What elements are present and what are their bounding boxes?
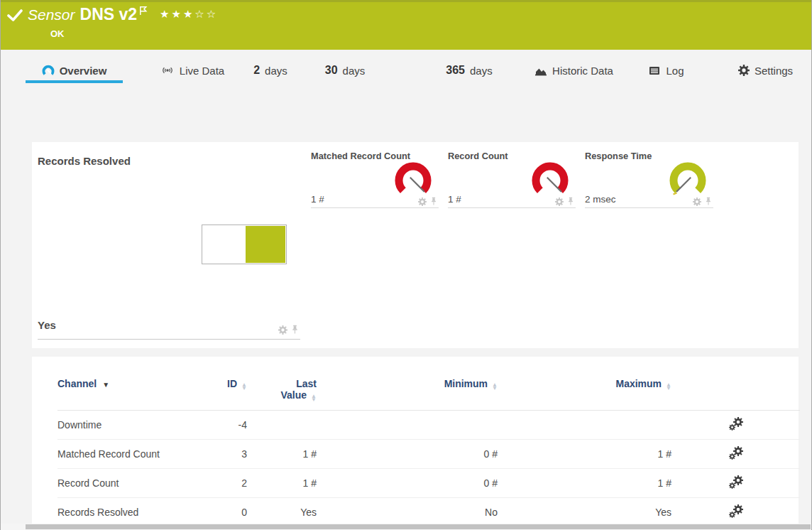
channel-settings-gears-icon[interactable] <box>729 475 743 490</box>
channel-maximum: 1 # <box>498 469 671 498</box>
table-row: Downtime -4 <box>57 411 800 440</box>
gauge-limit-marker <box>674 193 677 195</box>
tile-pin-icon[interactable] <box>567 197 574 206</box>
log-icon <box>648 65 661 77</box>
tile-gear-icon[interactable] <box>555 198 564 206</box>
tab-label: Overview <box>60 65 107 77</box>
column-header-actions <box>671 357 800 411</box>
tab-settings[interactable]: Settings <box>725 60 806 83</box>
tab-number: 30 <box>325 64 338 77</box>
sort-icon: ▲▼ <box>311 394 317 401</box>
channel-maximum: Yes <box>498 498 671 527</box>
column-header-id[interactable]: ID▲▼ <box>210 357 247 411</box>
sort-icon: ▲▼ <box>492 383 498 390</box>
historic-data-icon <box>534 65 547 77</box>
tile-gear-icon[interactable] <box>693 198 701 206</box>
horizontal-scrollbar <box>1 524 811 530</box>
tab-historic-data[interactable]: Historic Data <box>519 60 629 83</box>
channel-last-value: Yes <box>247 498 317 527</box>
status-ok-check-icon <box>7 9 23 23</box>
tab-number: 365 <box>446 64 465 77</box>
channel-maximum: 1 # <box>498 440 671 469</box>
column-header-minimum[interactable]: Minimum▲▼ <box>317 357 498 411</box>
tab-number: 2 <box>253 64 260 77</box>
gauge-needle <box>410 178 424 192</box>
tab-log[interactable]: Log <box>636 60 696 83</box>
column-header-last-value[interactable]: Last Value▲▼ <box>247 357 317 411</box>
channel-minimum: 0 # <box>317 440 498 469</box>
gauge-tile-matched-record-count: Matched Record Count 1 # <box>311 149 439 208</box>
channel-name: Downtime <box>57 411 210 440</box>
table-row: Records Resolved 0 Yes No Yes <box>57 498 800 527</box>
channel-name: Record Count <box>57 469 210 498</box>
gauge-dial <box>527 159 573 200</box>
table-row: Record Count 2 1 # 0 # 1 # <box>57 469 800 498</box>
sort-icon: ▲▼ <box>241 383 247 390</box>
channel-last-value: 1 # <box>247 469 317 498</box>
status-badge: OK <box>50 28 65 39</box>
gauge-needle <box>547 178 561 192</box>
overview-panel: Records Resolved Yes Matched Record Coun… <box>32 142 799 348</box>
tile-pin-icon[interactable] <box>291 325 299 335</box>
channel-settings-gears-icon[interactable] <box>729 446 743 460</box>
priority-stars[interactable]: ★★★☆☆ <box>160 8 218 21</box>
tab-bar: Overview Live Data 2 days 30 days 365 da… <box>1 60 812 83</box>
tile-pin-icon[interactable] <box>705 197 712 206</box>
sensor-type-label: Sensor <box>28 6 75 23</box>
primary-channel-value: Yes <box>38 319 56 331</box>
channel-settings-gears-icon[interactable] <box>729 417 743 431</box>
tab-label: Settings <box>755 65 793 77</box>
page-title: SensorDNS v2 <box>28 5 148 24</box>
sort-icon: ▲▼ <box>666 383 671 390</box>
channel-name: Records Resolved <box>57 498 210 527</box>
tab-2-days[interactable]: 2 days <box>242 60 299 83</box>
channel-minimum <box>317 411 498 440</box>
gauge-needle <box>676 178 691 192</box>
channel-settings-gears-icon[interactable] <box>729 504 743 519</box>
tab-label: days <box>343 65 366 77</box>
flag-icon[interactable] <box>139 6 148 16</box>
channel-last-value: 1 # <box>247 440 317 469</box>
table-header-row: Channel▼ ID▲▼ Last Value▲▼ Minimum▲▼ Max… <box>57 357 800 411</box>
channel-last-value <box>247 411 317 440</box>
channel-minimum: No <box>317 498 498 527</box>
tile-pin-icon[interactable] <box>430 197 437 206</box>
tab-label: Live Data <box>180 65 224 77</box>
live-data-icon <box>160 64 175 77</box>
records-resolved-swatch <box>202 225 287 264</box>
channel-name: Matched Record Count <box>57 440 210 469</box>
channel-id: 2 <box>210 469 247 498</box>
gauge-dial <box>665 159 710 200</box>
channel-id: 3 <box>210 440 247 469</box>
gauge-value: 2 msec <box>585 194 616 205</box>
horizontal-scrollbar-thumb[interactable] <box>26 524 811 529</box>
column-header-channel[interactable]: Channel▼ <box>57 357 210 411</box>
records-resolved-swatch-green <box>246 226 285 263</box>
tile-gear-icon[interactable] <box>278 325 287 335</box>
channel-id: 0 <box>210 498 247 527</box>
channel-id: -4 <box>210 411 247 440</box>
sensor-header: SensorDNS v2 ★★★☆☆ OK <box>1 0 811 50</box>
channels-panel: Channel▼ ID▲▼ Last Value▲▼ Minimum▲▼ Max… <box>32 357 799 530</box>
gauge-icon <box>42 65 55 77</box>
channels-table: Channel▼ ID▲▼ Last Value▲▼ Minimum▲▼ Max… <box>57 357 800 530</box>
channel-maximum <box>498 411 671 440</box>
column-header-maximum[interactable]: Maximum▲▼ <box>498 357 671 411</box>
tab-label: Historic Data <box>552 65 613 77</box>
primary-channel-title: Records Resolved <box>38 149 300 167</box>
tab-label: days <box>470 65 493 77</box>
tab-label: days <box>265 65 287 77</box>
gauge-tile-record-count: Record Count 1 # <box>448 149 576 208</box>
tab-overview[interactable]: Overview <box>26 60 123 83</box>
tab-30-days[interactable]: 30 days <box>313 60 377 83</box>
sensor-name: DNS v2 <box>80 5 138 23</box>
tile-gear-icon[interactable] <box>418 198 427 206</box>
gauge-value: 1 # <box>311 194 324 205</box>
tab-365-days[interactable]: 365 days <box>434 60 505 83</box>
table-row: Matched Record Count 3 1 # 0 # 1 # <box>57 440 800 469</box>
gauge-dial <box>390 159 436 200</box>
gauge-value: 1 # <box>448 194 461 205</box>
tab-live-data[interactable]: Live Data <box>150 60 235 83</box>
gauge-tile-response-time: Response Time 2 msec <box>585 149 713 208</box>
primary-channel-tile: Records Resolved Yes <box>38 149 300 340</box>
